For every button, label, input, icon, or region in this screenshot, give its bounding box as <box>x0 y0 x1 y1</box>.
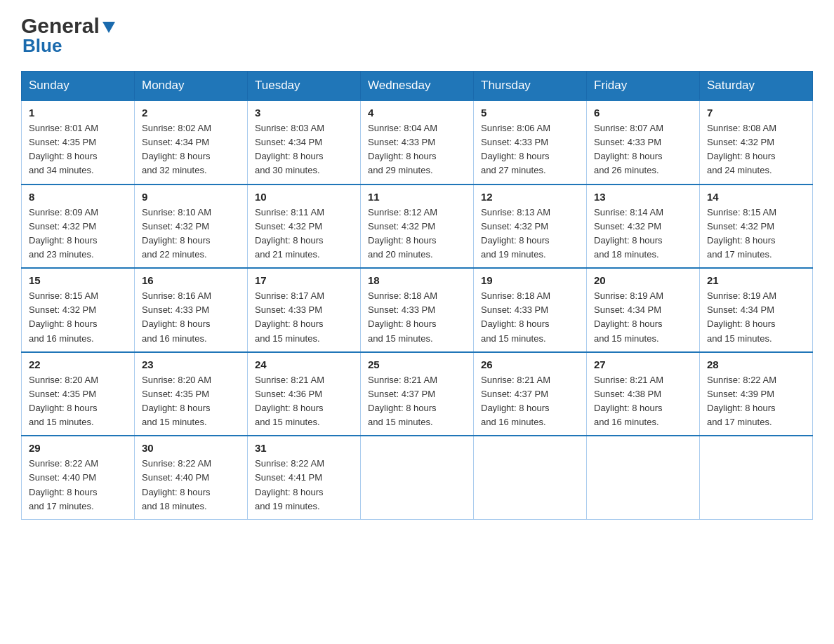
logo: General Blue <box>21 14 117 57</box>
day-info: Sunrise: 8:08 AMSunset: 4:32 PMDaylight:… <box>707 121 805 178</box>
day-cell: 20Sunrise: 8:19 AMSunset: 4:34 PMDayligh… <box>587 268 700 352</box>
day-info: Sunrise: 8:10 AMSunset: 4:32 PMDaylight:… <box>142 206 240 262</box>
day-info: Sunrise: 8:19 AMSunset: 4:34 PMDaylight:… <box>594 289 692 346</box>
day-number: 20 <box>594 274 692 286</box>
day-number: 26 <box>481 358 579 370</box>
day-cell: 21Sunrise: 8:19 AMSunset: 4:34 PMDayligh… <box>700 268 813 352</box>
day-cell: 27Sunrise: 8:21 AMSunset: 4:38 PMDayligh… <box>587 352 700 436</box>
day-info: Sunrise: 8:21 AMSunset: 4:37 PMDaylight:… <box>481 373 579 430</box>
day-info: Sunrise: 8:04 AMSunset: 4:33 PMDaylight:… <box>368 121 466 178</box>
day-number: 22 <box>29 358 127 370</box>
day-cell: 26Sunrise: 8:21 AMSunset: 4:37 PMDayligh… <box>474 352 587 436</box>
day-cell: 22Sunrise: 8:20 AMSunset: 4:35 PMDayligh… <box>22 352 135 436</box>
day-info: Sunrise: 8:14 AMSunset: 4:32 PMDaylight:… <box>594 206 692 262</box>
day-number: 12 <box>481 191 579 203</box>
day-info: Sunrise: 8:22 AMSunset: 4:40 PMDaylight:… <box>142 457 240 514</box>
day-info: Sunrise: 8:16 AMSunset: 4:33 PMDaylight:… <box>142 289 240 346</box>
week-row-3: 15Sunrise: 8:15 AMSunset: 4:32 PMDayligh… <box>22 268 813 352</box>
day-cell: 8Sunrise: 8:09 AMSunset: 4:32 PMDaylight… <box>22 185 135 269</box>
day-info: Sunrise: 8:01 AMSunset: 4:35 PMDaylight:… <box>29 121 127 178</box>
week-row-4: 22Sunrise: 8:20 AMSunset: 4:35 PMDayligh… <box>22 352 813 436</box>
weekday-header-row: SundayMondayTuesdayWednesdayThursdayFrid… <box>22 72 813 101</box>
day-cell: 10Sunrise: 8:11 AMSunset: 4:32 PMDayligh… <box>248 185 361 269</box>
day-cell: 23Sunrise: 8:20 AMSunset: 4:35 PMDayligh… <box>135 352 248 436</box>
weekday-header-thursday: Thursday <box>474 72 587 101</box>
logo-blue-text: Blue <box>22 35 62 57</box>
day-number: 15 <box>29 274 127 286</box>
day-info: Sunrise: 8:12 AMSunset: 4:32 PMDaylight:… <box>368 206 466 262</box>
weekday-header-wednesday: Wednesday <box>361 72 474 101</box>
day-number: 11 <box>368 191 466 203</box>
day-number: 5 <box>481 107 579 119</box>
day-number: 4 <box>368 107 466 119</box>
week-row-1: 1Sunrise: 8:01 AMSunset: 4:35 PMDaylight… <box>22 100 813 185</box>
day-number: 29 <box>29 442 127 454</box>
day-number: 19 <box>481 274 579 286</box>
day-cell: 9Sunrise: 8:10 AMSunset: 4:32 PMDaylight… <box>135 185 248 269</box>
day-cell: 7Sunrise: 8:08 AMSunset: 4:32 PMDaylight… <box>700 100 813 185</box>
day-cell: 14Sunrise: 8:15 AMSunset: 4:32 PMDayligh… <box>700 185 813 269</box>
day-number: 30 <box>142 442 240 454</box>
calendar-table: SundayMondayTuesdayWednesdayThursdayFrid… <box>21 71 813 520</box>
day-number: 28 <box>707 358 805 370</box>
day-number: 25 <box>368 358 466 370</box>
day-number: 24 <box>255 358 353 370</box>
logo-general-text: General <box>21 14 100 38</box>
day-info: Sunrise: 8:21 AMSunset: 4:38 PMDaylight:… <box>594 373 692 430</box>
day-info: Sunrise: 8:02 AMSunset: 4:34 PMDaylight:… <box>142 121 240 178</box>
day-info: Sunrise: 8:15 AMSunset: 4:32 PMDaylight:… <box>29 289 127 346</box>
day-cell: 3Sunrise: 8:03 AMSunset: 4:34 PMDaylight… <box>248 100 361 185</box>
weekday-header-saturday: Saturday <box>700 72 813 101</box>
day-number: 8 <box>29 191 127 203</box>
day-number: 14 <box>707 191 805 203</box>
day-info: Sunrise: 8:18 AMSunset: 4:33 PMDaylight:… <box>481 289 579 346</box>
day-cell: 5Sunrise: 8:06 AMSunset: 4:33 PMDaylight… <box>474 100 587 185</box>
day-number: 9 <box>142 191 240 203</box>
day-info: Sunrise: 8:09 AMSunset: 4:32 PMDaylight:… <box>29 206 127 262</box>
day-info: Sunrise: 8:22 AMSunset: 4:41 PMDaylight:… <box>255 457 353 514</box>
weekday-header-monday: Monday <box>135 72 248 101</box>
day-info: Sunrise: 8:03 AMSunset: 4:34 PMDaylight:… <box>255 121 353 178</box>
day-number: 21 <box>707 274 805 286</box>
day-cell: 4Sunrise: 8:04 AMSunset: 4:33 PMDaylight… <box>361 100 474 185</box>
day-number: 6 <box>594 107 692 119</box>
day-number: 23 <box>142 358 240 370</box>
day-info: Sunrise: 8:22 AMSunset: 4:39 PMDaylight:… <box>707 373 805 430</box>
day-number: 10 <box>255 191 353 203</box>
page-header: General Blue <box>21 14 813 57</box>
day-cell: 1Sunrise: 8:01 AMSunset: 4:35 PMDaylight… <box>22 100 135 185</box>
day-cell: 11Sunrise: 8:12 AMSunset: 4:32 PMDayligh… <box>361 185 474 269</box>
day-cell <box>474 436 587 519</box>
day-cell: 12Sunrise: 8:13 AMSunset: 4:32 PMDayligh… <box>474 185 587 269</box>
day-number: 16 <box>142 274 240 286</box>
weekday-header-sunday: Sunday <box>22 72 135 101</box>
day-number: 18 <box>368 274 466 286</box>
day-cell: 16Sunrise: 8:16 AMSunset: 4:33 PMDayligh… <box>135 268 248 352</box>
day-cell: 2Sunrise: 8:02 AMSunset: 4:34 PMDaylight… <box>135 100 248 185</box>
day-info: Sunrise: 8:21 AMSunset: 4:36 PMDaylight:… <box>255 373 353 430</box>
day-number: 13 <box>594 191 692 203</box>
week-row-2: 8Sunrise: 8:09 AMSunset: 4:32 PMDaylight… <box>22 185 813 269</box>
day-info: Sunrise: 8:13 AMSunset: 4:32 PMDaylight:… <box>481 206 579 262</box>
day-cell: 19Sunrise: 8:18 AMSunset: 4:33 PMDayligh… <box>474 268 587 352</box>
day-number: 1 <box>29 107 127 119</box>
day-info: Sunrise: 8:21 AMSunset: 4:37 PMDaylight:… <box>368 373 466 430</box>
svg-marker-0 <box>102 22 115 33</box>
day-info: Sunrise: 8:19 AMSunset: 4:34 PMDaylight:… <box>707 289 805 346</box>
day-info: Sunrise: 8:18 AMSunset: 4:33 PMDaylight:… <box>368 289 466 346</box>
day-info: Sunrise: 8:15 AMSunset: 4:32 PMDaylight:… <box>707 206 805 262</box>
weekday-header-tuesday: Tuesday <box>248 72 361 101</box>
week-row-5: 29Sunrise: 8:22 AMSunset: 4:40 PMDayligh… <box>22 436 813 519</box>
day-info: Sunrise: 8:20 AMSunset: 4:35 PMDaylight:… <box>142 373 240 430</box>
day-number: 7 <box>707 107 805 119</box>
day-info: Sunrise: 8:22 AMSunset: 4:40 PMDaylight:… <box>29 457 127 514</box>
day-info: Sunrise: 8:11 AMSunset: 4:32 PMDaylight:… <box>255 206 353 262</box>
day-number: 31 <box>255 442 353 454</box>
day-cell <box>361 436 474 519</box>
day-number: 3 <box>255 107 353 119</box>
day-number: 17 <box>255 274 353 286</box>
day-cell: 6Sunrise: 8:07 AMSunset: 4:33 PMDaylight… <box>587 100 700 185</box>
logo-triangle-icon <box>101 19 117 34</box>
day-cell: 29Sunrise: 8:22 AMSunset: 4:40 PMDayligh… <box>22 436 135 519</box>
day-cell: 28Sunrise: 8:22 AMSunset: 4:39 PMDayligh… <box>700 352 813 436</box>
